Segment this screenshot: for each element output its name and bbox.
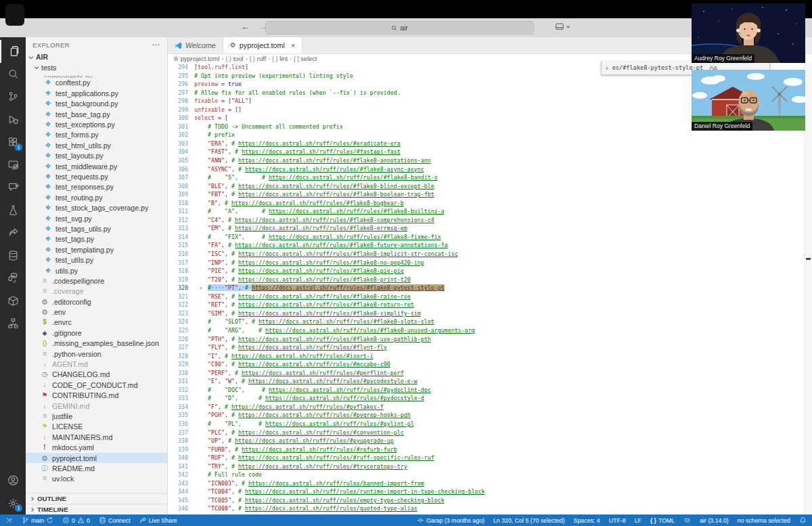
- activity-database-icon[interactable]: [0, 244, 26, 267]
- tree-item[interactable]: ☰.coverage: [26, 286, 167, 297]
- activity-hierarchy-icon[interactable]: [0, 312, 26, 335]
- tab-welcome[interactable]: Welcome: [168, 37, 223, 53]
- tree-item[interactable]: ❖test_utils.py: [26, 255, 167, 265]
- activity-testing-icon[interactable]: [0, 199, 26, 222]
- code-line[interactable]: 305 "ANN", # https://docs.astral.sh/ruff…: [168, 156, 805, 165]
- tree-item[interactable]: ❖test_forms.py: [26, 130, 167, 140]
- code-line[interactable]: 324 # "SLOT", # https://docs.astral.sh/r…: [168, 317, 805, 326]
- tree-item[interactable]: ◷CHANGELOG.md: [26, 370, 167, 380]
- status-item[interactable]: UTF-8: [609, 517, 626, 524]
- code-line[interactable]: 321 "RSE", # https://docs.astral.sh/ruff…: [168, 292, 805, 301]
- tree-item[interactable]: ❖test_responses.py: [26, 182, 167, 192]
- activity-source-control-icon[interactable]: [0, 85, 26, 108]
- tree-item[interactable]: ❖test_background.py: [26, 99, 167, 109]
- code-line[interactable]: 328 "I", # https://docs.astral.sh/ruff/r…: [168, 352, 805, 361]
- video-tile-daniel[interactable]: Daniel Roy Greenfeld: [692, 70, 805, 131]
- tree-item[interactable]: !mkdocs.yaml: [26, 442, 167, 452]
- code-line[interactable]: 343 "ICN003", # https://docs.astral.sh/r…: [168, 479, 805, 488]
- tree-item[interactable]: ❖test_middleware.py: [26, 161, 167, 171]
- activity-python-icon[interactable]: [0, 267, 26, 290]
- command-center-search[interactable]: air: [265, 21, 534, 35]
- code-line[interactable]: 336 # "PL", # https://docs.astral.sh/ruf…: [168, 420, 805, 429]
- activity-explorer-icon[interactable]: [0, 40, 26, 63]
- tree-item[interactable]: ❖test_stock_tags_coverage.py: [26, 202, 167, 213]
- status-item[interactable]: Ln 320, Col 5 (70 selected): [493, 517, 565, 524]
- code-line[interactable]: 323 "SIM", # https://docs.astral.sh/ruff…: [168, 309, 805, 318]
- tree-root-air[interactable]: AIR: [26, 52, 167, 62]
- status-item[interactable]: no schema selected: [738, 517, 790, 524]
- code-line[interactable]: 313 "EM", # https://docs.astral.sh/ruff/…: [168, 224, 805, 233]
- activity-package-icon[interactable]: [0, 290, 26, 313]
- tree-item[interactable]: ↓AGENT.md: [26, 359, 167, 369]
- more-actions-icon[interactable]: ⋯: [152, 40, 160, 49]
- tree-item[interactable]: ❖utils.py: [26, 265, 167, 276]
- code-line[interactable]: 344 "TC004", # https://docs.astral.sh/ru…: [168, 487, 805, 496]
- code-line[interactable]: 345 "TC005", # https://docs.astral.sh/ru…: [168, 496, 805, 505]
- tree-item[interactable]: ❖test_routing.py: [26, 192, 167, 202]
- tree-item[interactable]: ☰.python-version: [26, 349, 167, 359]
- tree-item[interactable]: ◆.gitignore: [26, 328, 167, 338]
- tree-item[interactable]: ↓MAINTAINERS.md: [26, 432, 167, 442]
- code-line[interactable]: 326 "PTH", # https://docs.astral.sh/ruff…: [168, 335, 805, 344]
- tree-item[interactable]: {}.missing_examples_baseline.json: [26, 338, 167, 349]
- status-item[interactable]: LF: [635, 517, 641, 524]
- code-line[interactable]: 307 # "S", # https://docs.astral.sh/ruff…: [168, 173, 805, 182]
- activity-settings-icon[interactable]: 1: [0, 492, 26, 515]
- panel-outline[interactable]: OUTLINE: [26, 493, 167, 504]
- code-line[interactable]: 340 "RUF", # https://docs.astral.sh/ruff…: [168, 454, 805, 462]
- status-item[interactable]: [5, 517, 13, 524]
- code-line[interactable]: 330 "PERF", # https://docs.astral.sh/ruf…: [168, 369, 805, 378]
- code-line[interactable]: 338 "UP", # https://docs.astral.sh/ruff/…: [168, 437, 805, 445]
- status-item[interactable]: 00: [62, 517, 90, 524]
- status-item[interactable]: { }TOML: [650, 517, 675, 524]
- code-line[interactable]: 325 # "ARG", # https://docs.astral.sh/ru…: [168, 326, 805, 335]
- code-line[interactable]: 315 "FA", # https://docs.astral.sh/ruff/…: [168, 241, 805, 250]
- code-line[interactable]: 317 "INP", # https://docs.astral.sh/ruff…: [168, 259, 805, 267]
- activity-account-icon[interactable]: [0, 469, 26, 492]
- tree-item[interactable]: ❖test_tags.py: [26, 234, 167, 244]
- find-query[interactable]: es/#flake8-pytest-style-pt: [612, 64, 704, 71]
- tree-item[interactable]: ⚙.editorconfig: [26, 297, 167, 307]
- tree-item-partial[interactable]: components.py: [26, 73, 167, 78]
- activity-remote-explorer-icon[interactable]: [0, 154, 26, 177]
- code-line[interactable]: 310 "B", # https://docs.astral.sh/ruff/r…: [168, 199, 805, 208]
- code-line[interactable]: 342 # Full rule code: [168, 470, 805, 479]
- code-line[interactable]: 334 "F", # https://docs.astral.sh/ruff/r…: [168, 403, 805, 412]
- activity-live-share-icon[interactable]: [0, 221, 26, 244]
- code-line[interactable]: 337 "PLC", # https://docs.astral.sh/ruff…: [168, 429, 805, 437]
- code-line[interactable]: 332 # "DOC", # https://docs.astral.sh/ru…: [168, 386, 805, 395]
- nav-back-icon[interactable]: ←: [241, 22, 250, 32]
- code-line[interactable]: 318 "PIE", # https://docs.astral.sh/ruff…: [168, 267, 805, 276]
- activity-run-and-debug-icon[interactable]: [0, 108, 26, 131]
- tree-item[interactable]: ❖test_tags_utils.py: [26, 223, 167, 234]
- tree-item[interactable]: ❖test_html_utils.py: [26, 140, 167, 150]
- code-line[interactable]: 319 "T20", # https://docs.astral.sh/ruff…: [168, 276, 805, 284]
- breadcrumb-item[interactable]: [ ]select: [294, 56, 317, 62]
- status-item[interactable]: Connect: [99, 517, 131, 524]
- code-line[interactable]: 327 "FLY", # https://docs.astral.sh/ruff…: [168, 343, 805, 352]
- tree-item[interactable]: ↓GEMINI.md: [26, 401, 167, 411]
- tree-item[interactable]: ⚑CONTRIBUTING.md: [26, 391, 167, 401]
- tree-item-selected[interactable]: ⚙pyproject.toml: [26, 453, 167, 463]
- code-line[interactable]: 329 "C90", # https://docs.astral.sh/ruff…: [168, 360, 805, 369]
- code-line[interactable]: 335 "PGH", # https://docs.astral.sh/ruff…: [168, 411, 805, 420]
- code-line[interactable]: 341 "TRY", # https://docs.astral.sh/ruff…: [168, 462, 805, 471]
- tree-item[interactable]: ☰justfile: [26, 411, 167, 421]
- code-line[interactable]: 314 # "FIX", # https://docs.astral.sh/ru…: [168, 233, 805, 242]
- tree-item[interactable]: ❖test_templating.py: [26, 244, 167, 255]
- tree-item[interactable]: ☰.codespellignore: [26, 276, 167, 286]
- code-line[interactable]: 316 "ISC", # https://docs.astral.sh/ruff…: [168, 250, 805, 259]
- status-item[interactable]: [683, 517, 691, 524]
- code-line[interactable]: 311 # "A", # https://docs.astral.sh/ruff…: [168, 207, 805, 216]
- activity-extensions-icon[interactable]: 1: [0, 131, 26, 154]
- tree-item[interactable]: ❖conftest.py: [26, 78, 167, 88]
- breadcrumb-item[interactable]: { }lint: [272, 56, 288, 62]
- status-item[interactable]: main: [22, 517, 53, 524]
- tree-item[interactable]: ❖test_layouts.py: [26, 151, 167, 161]
- panel-timeline[interactable]: TIMELINE: [26, 504, 167, 514]
- lightbulb-sparkle-icon[interactable]: ✦: [194, 284, 208, 292]
- breadcrumb-item[interactable]: ⚙pyproject.toml: [173, 56, 220, 62]
- activity-search-icon[interactable]: [0, 63, 26, 86]
- code-line[interactable]: 304 "FAST", # https://docs.astral.sh/ruf…: [168, 148, 805, 156]
- tree-item[interactable]: ⚑LICENSE: [26, 422, 167, 432]
